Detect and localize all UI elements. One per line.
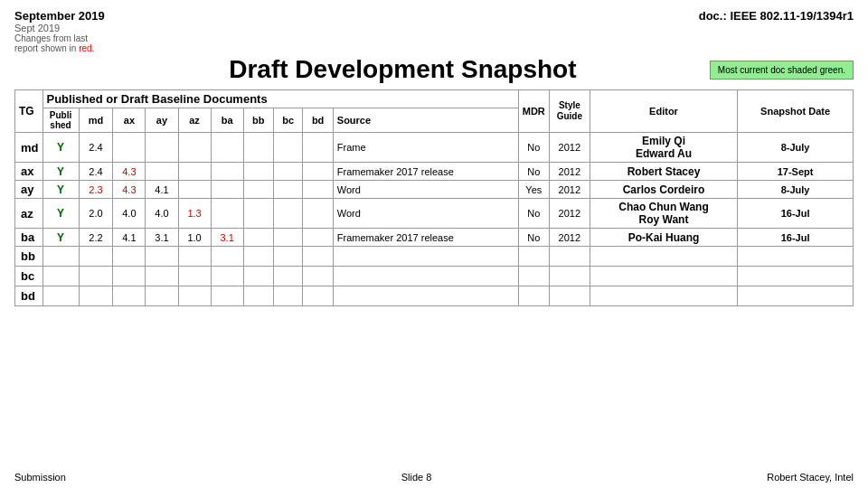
cell-bb-bb: [243, 247, 273, 267]
cell-ay-bb: [243, 181, 273, 199]
md-col-header: md: [79, 108, 113, 133]
cell-bb-ba: [211, 247, 243, 267]
cell-ay-style_guide: 2012: [549, 181, 590, 199]
cell-bb-bd: [303, 247, 333, 267]
cell-bd-ax: [113, 286, 146, 306]
main-table-container: TG Published or Draft Baseline Documents…: [14, 89, 854, 468]
ay-col-header: ay: [146, 108, 178, 133]
cell-bc-mdr: [518, 267, 549, 286]
cell-md-style_guide: 2012: [549, 133, 590, 163]
az-col-header: az: [178, 108, 211, 133]
cell-az-bc: [274, 199, 303, 229]
cell-bb-snapshot_date: [738, 247, 854, 267]
cell-ax-published: Y: [42, 163, 79, 181]
cell-md-ax: [113, 133, 146, 163]
cell-bb-bc: [274, 247, 303, 267]
green-badge: Most current doc shaded green.: [710, 61, 854, 80]
cell-bb-ax: [113, 247, 146, 267]
cell-bc-style_guide: [549, 267, 590, 286]
cell-ba-source: Framemaker 2017 release: [333, 229, 518, 247]
cell-ax-md: 2.4: [79, 163, 113, 181]
cell-ay-published: Y: [42, 181, 79, 199]
cell-ay-tg: ay: [15, 181, 43, 199]
cell-bb-source: [333, 247, 518, 267]
cell-ax-mdr: No: [518, 163, 549, 181]
footer: Submission Slide 8 Robert Stacey, Intel: [14, 472, 854, 483]
cell-bc-editor: [590, 267, 737, 286]
cell-bc-md: [79, 267, 113, 286]
cell-bd-editor: [590, 286, 737, 306]
cell-ax-source: Framemaker 2017 release: [333, 163, 518, 181]
cell-ba-bd: [303, 229, 333, 247]
cell-bb-style_guide: [549, 247, 590, 267]
cell-az-style_guide: 2012: [549, 199, 590, 229]
cell-bc-bc: [274, 267, 303, 286]
cell-bb-mdr: [518, 247, 549, 267]
bd-col-header: bd: [303, 108, 333, 133]
ba-col-header: ba: [211, 108, 243, 133]
cell-ba-style_guide: 2012: [549, 229, 590, 247]
cell-md-bb: [243, 133, 273, 163]
cell-bd-tg: bd: [15, 286, 43, 306]
cell-bc-ba: [211, 267, 243, 286]
cell-ax-editor: Robert Stacey: [590, 163, 737, 181]
cell-bc-az: [178, 267, 211, 286]
cell-bc-published: [42, 267, 79, 286]
cell-ay-snapshot_date: 8-July: [738, 181, 854, 199]
cell-ax-bb: [243, 163, 273, 181]
cell-ba-mdr: No: [518, 229, 549, 247]
cell-md-snapshot_date: 8-July: [738, 133, 854, 163]
cell-az-mdr: No: [518, 199, 549, 229]
style-guide-header: StyleGuide: [549, 90, 590, 133]
cell-md-az: [178, 133, 211, 163]
snapshot-date-header: Snapshot Date: [738, 90, 854, 133]
cell-bd-mdr: [518, 286, 549, 306]
mdr-header: MDR: [518, 90, 549, 133]
cell-ax-tg: ax: [15, 163, 43, 181]
cell-az-bb: [243, 199, 273, 229]
cell-bb-editor: [590, 247, 737, 267]
cell-md-mdr: No: [518, 133, 549, 163]
cell-md-published: Y: [42, 133, 79, 163]
cell-ay-bc: [274, 181, 303, 199]
cell-ax-style_guide: 2012: [549, 163, 590, 181]
cell-bc-source: [333, 267, 518, 286]
cell-ba-editor: Po-Kai Huang: [590, 229, 737, 247]
cell-az-snapshot_date: 16-Jul: [738, 199, 854, 229]
cell-ay-bd: [303, 181, 333, 199]
cell-bc-tg: bc: [15, 267, 43, 286]
ax-col-header: ax: [113, 108, 146, 133]
cell-bb-md: [79, 247, 113, 267]
cell-ba-published: Y: [42, 229, 79, 247]
cell-bb-tg: bb: [15, 247, 43, 267]
cell-bb-ay: [146, 247, 178, 267]
cell-ba-ay: 3.1: [146, 229, 178, 247]
cell-bb-published: [42, 247, 79, 267]
cell-md-ay: [146, 133, 178, 163]
cell-ax-bc: [274, 163, 303, 181]
cell-ax-bd: [303, 163, 333, 181]
cell-ay-source: Word: [333, 181, 518, 199]
cell-ba-ba: 3.1: [211, 229, 243, 247]
cell-az-az: 1.3: [178, 199, 211, 229]
cell-ay-ax: 4.3: [113, 181, 146, 199]
cell-az-md: 2.0: [79, 199, 113, 229]
cell-md-bd: [303, 133, 333, 163]
cell-ay-az: [178, 181, 211, 199]
cell-ba-snapshot_date: 16-Jul: [738, 229, 854, 247]
editor-header: Editor: [590, 90, 737, 133]
bc-col-header: bc: [274, 108, 303, 133]
cell-ba-bb: [243, 229, 273, 247]
cell-md-md: 2.4: [79, 133, 113, 163]
source-col-header: Source: [333, 108, 518, 133]
changes-text: Changes from lastreport shown in red.: [14, 33, 105, 53]
cell-bb-az: [178, 247, 211, 267]
tg-column-header: TG: [15, 90, 43, 133]
cell-ay-mdr: Yes: [518, 181, 549, 199]
bb-col-header: bb: [243, 108, 273, 133]
cell-ay-editor: Carlos Cordeiro: [590, 181, 737, 199]
footer-slide: Slide 8: [401, 472, 432, 483]
sept-2019-sub-label: Sept 2019: [14, 23, 105, 33]
cell-bd-az: [178, 286, 211, 306]
cell-ba-bc: [274, 229, 303, 247]
